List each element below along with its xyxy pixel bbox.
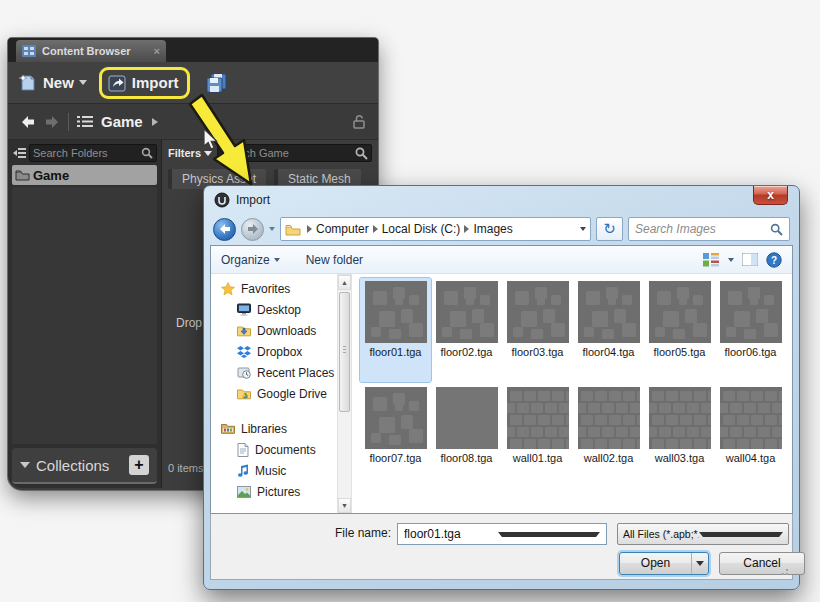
forward-button[interactable] bbox=[241, 218, 264, 241]
file-name-value: floor01.tga bbox=[404, 527, 498, 541]
search-folders-input[interactable]: Search Folders bbox=[29, 144, 157, 162]
sidebar-item-desktop[interactable]: Desktop bbox=[211, 299, 337, 320]
path-list-icon[interactable] bbox=[77, 115, 93, 128]
file-item-floor08.tga[interactable]: floor08.tga bbox=[431, 384, 502, 488]
collections-panel[interactable]: Collections + bbox=[12, 448, 157, 484]
breadcrumb-segment[interactable]: Images bbox=[473, 222, 512, 236]
forward-arrow-icon[interactable] bbox=[44, 115, 60, 129]
sources-toggle-icon[interactable] bbox=[12, 147, 26, 159]
sidebar-item-favorites[interactable]: Favorites bbox=[211, 278, 337, 299]
dialog-title-bar[interactable]: Import bbox=[204, 186, 799, 213]
path-expand-caret-icon[interactable] bbox=[151, 117, 159, 127]
sidebar-item-label: Music bbox=[255, 464, 286, 478]
file-item-label: wall02.tga bbox=[579, 452, 639, 465]
import-button[interactable]: Import bbox=[107, 73, 179, 93]
search-assets-input[interactable]: Search Game bbox=[217, 144, 372, 162]
collections-expander-icon[interactable] bbox=[20, 462, 30, 468]
google-drive-folder-icon bbox=[237, 387, 251, 400]
music-note-icon bbox=[237, 464, 249, 478]
file-item-wall04.tga[interactable]: wall04.tga bbox=[715, 384, 786, 488]
breadcrumb[interactable]: Game bbox=[101, 113, 143, 130]
sidebar-item-libraries[interactable]: Libraries bbox=[211, 418, 337, 439]
file-item-floor06.tga[interactable]: floor06.tga bbox=[715, 278, 786, 382]
scroll-up-icon[interactable]: ▲ bbox=[338, 275, 351, 290]
back-arrow-icon[interactable] bbox=[20, 115, 36, 129]
dialog-main: FavoritesDesktopDownloadsDropboxRecent P… bbox=[211, 274, 792, 514]
navigation-pane: FavoritesDesktopDownloadsDropboxRecent P… bbox=[211, 274, 337, 514]
svg-text:?: ? bbox=[771, 254, 777, 265]
file-item-label: wall04.tga bbox=[721, 452, 781, 465]
file-item-floor07.tga[interactable]: floor07.tga bbox=[360, 384, 431, 488]
sidebar-scrollbar[interactable]: ▲ ▼ bbox=[337, 274, 352, 514]
sidebar-item-pictures[interactable]: Pictures bbox=[211, 481, 337, 502]
file-item-floor01.tga[interactable]: floor01.tga bbox=[360, 278, 431, 382]
folder-item-label: Game bbox=[33, 168, 69, 183]
save-all-icon[interactable] bbox=[204, 72, 228, 94]
filters-label: Filters bbox=[168, 147, 201, 159]
scrollbar-thumb[interactable] bbox=[339, 292, 350, 412]
close-button[interactable]: x bbox=[753, 186, 788, 205]
mouse-cursor bbox=[202, 128, 220, 152]
scroll-down-icon[interactable]: ▼ bbox=[338, 498, 351, 513]
sidebar-item-dropbox[interactable]: Dropbox bbox=[211, 341, 337, 362]
organize-menu-button[interactable]: Organize bbox=[221, 253, 280, 267]
file-type-dropdown[interactable]: All Files (*.apb;*.apx;*.as;*.csv;*. bbox=[617, 523, 789, 545]
cancel-button[interactable]: Cancel bbox=[719, 552, 805, 575]
refresh-button[interactable]: ↻ bbox=[596, 217, 623, 241]
unreal-app-icon bbox=[214, 192, 230, 208]
address-dropdown-caret-icon[interactable] bbox=[580, 227, 586, 231]
sidebar-item-downloads[interactable]: Downloads bbox=[211, 320, 337, 341]
file-item-label: floor08.tga bbox=[437, 452, 497, 465]
history-caret-icon[interactable] bbox=[269, 227, 275, 231]
sidebar-item-documents[interactable]: Documents bbox=[211, 439, 337, 460]
breadcrumb-separator-icon[interactable] bbox=[464, 225, 469, 233]
document-icon bbox=[237, 443, 249, 457]
sidebar-item-music[interactable]: Music bbox=[211, 460, 337, 481]
sidebar-item-label: Pictures bbox=[257, 485, 300, 499]
file-item-floor03.tga[interactable]: floor03.tga bbox=[502, 278, 573, 382]
add-collection-button[interactable]: + bbox=[129, 455, 149, 475]
open-button[interactable]: Open bbox=[619, 552, 709, 575]
back-button[interactable] bbox=[213, 218, 236, 241]
tab-content-browser[interactable]: Content Browser × bbox=[16, 40, 166, 62]
dialog-client-area: Organize New folder ? bbox=[210, 245, 793, 514]
search-assets-placeholder: Search Game bbox=[221, 147, 353, 159]
file-item-wall03.tga[interactable]: wall03.tga bbox=[644, 384, 715, 488]
libraries-icon bbox=[221, 422, 235, 435]
sidebar-item-recent-places[interactable]: Recent Places bbox=[211, 362, 337, 383]
breadcrumb-separator-icon[interactable] bbox=[307, 225, 312, 233]
file-name-caret-icon[interactable] bbox=[498, 532, 600, 537]
dialog-title: Import bbox=[236, 193, 270, 207]
file-item-floor04.tga[interactable]: floor04.tga bbox=[573, 278, 644, 382]
new-button[interactable]: New bbox=[18, 73, 87, 93]
new-folder-button[interactable]: New folder bbox=[306, 253, 363, 267]
sidebar-item-google-drive[interactable]: Google Drive bbox=[211, 383, 337, 404]
breadcrumb-segment[interactable]: Computer bbox=[316, 222, 369, 236]
file-item-label: wall01.tga bbox=[508, 452, 568, 465]
open-split-caret-icon[interactable] bbox=[691, 553, 708, 574]
file-item-wall01.tga[interactable]: wall01.tga bbox=[502, 384, 573, 488]
resize-grip[interactable] bbox=[779, 566, 789, 576]
preview-pane-button[interactable] bbox=[742, 253, 758, 266]
address-breadcrumb[interactable]: ComputerLocal Disk (C:)Images bbox=[280, 217, 591, 241]
change-view-button[interactable] bbox=[703, 252, 720, 267]
file-item-floor05.tga[interactable]: floor05.tga bbox=[644, 278, 715, 382]
file-item-floor02.tga[interactable]: floor02.tga bbox=[431, 278, 502, 382]
search-input[interactable]: Search Images bbox=[628, 217, 790, 241]
drop-hint-text: Drop bbox=[176, 316, 202, 330]
breadcrumb-segment[interactable]: Local Disk (C:) bbox=[382, 222, 461, 236]
tab-close-icon[interactable]: × bbox=[154, 45, 160, 57]
breadcrumb-separator-icon[interactable] bbox=[373, 225, 378, 233]
import-button-highlight: Import bbox=[99, 67, 190, 99]
help-button[interactable]: ? bbox=[766, 252, 782, 268]
file-name-input[interactable]: floor01.tga bbox=[397, 523, 607, 545]
content-browser-tab-bar: Content Browser × bbox=[8, 38, 378, 62]
view-caret-icon[interactable] bbox=[728, 258, 734, 262]
import-arrow-icon bbox=[107, 73, 127, 93]
folder-item-game[interactable]: Game bbox=[12, 165, 157, 185]
lock-icon[interactable] bbox=[352, 114, 366, 129]
file-item-wall02.tga[interactable]: wall02.tga bbox=[573, 384, 644, 488]
folder-tree-area[interactable] bbox=[12, 187, 157, 444]
new-button-label: New bbox=[43, 74, 74, 91]
file-item-label: floor01.tga bbox=[366, 346, 426, 359]
